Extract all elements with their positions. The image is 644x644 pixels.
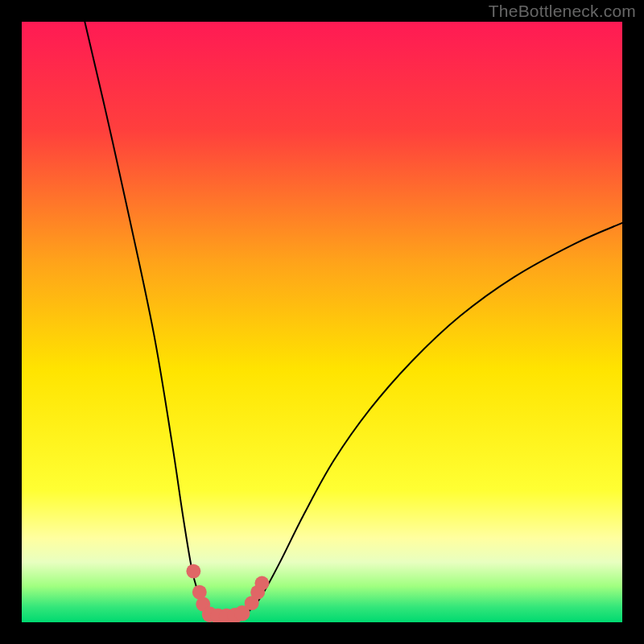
gradient-background [22, 22, 622, 622]
data-marker [186, 564, 200, 579]
chart-plot [22, 22, 622, 622]
chart-frame: TheBottleneck.com [0, 0, 644, 644]
watermark-text: TheBottleneck.com [489, 2, 636, 21]
data-marker [254, 576, 269, 591]
